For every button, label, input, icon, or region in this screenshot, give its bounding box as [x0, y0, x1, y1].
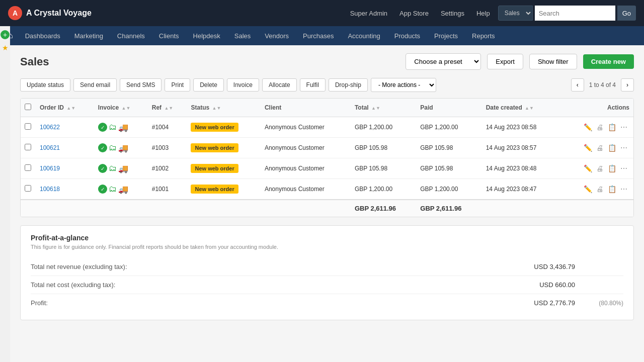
navbar-item-marketing[interactable]: Marketing: [68, 28, 109, 44]
navbar-item-accounting[interactable]: Accounting: [342, 28, 386, 44]
print-button[interactable]: Print: [165, 78, 190, 92]
row-copy-button-0[interactable]: 📋: [606, 122, 617, 133]
navbar-item-clients[interactable]: Clients: [153, 28, 185, 44]
row-more-button-3[interactable]: ⋯: [618, 184, 629, 195]
row-checkbox-1[interactable]: [25, 144, 31, 150]
row-checkbox-0[interactable]: [25, 123, 31, 130]
profit-row-cost: Total net cost (excluding tax): USD 660.…: [31, 276, 623, 294]
row-more-button-0[interactable]: ⋯: [618, 122, 629, 133]
send-sms-button[interactable]: Send SMS: [120, 78, 162, 92]
row-checkbox-cell-3[interactable]: [21, 179, 36, 200]
app-store-link[interactable]: App Store: [399, 10, 429, 17]
row-copy-button-1[interactable]: 📋: [606, 142, 617, 153]
navbar-item-purchases[interactable]: Purchases: [297, 28, 340, 44]
row-print-button-2[interactable]: 🖨: [594, 163, 605, 174]
navbar-item-products[interactable]: Products: [388, 28, 426, 44]
search-context-select[interactable]: Sales: [498, 6, 533, 21]
navbar-item-reports[interactable]: Reports: [466, 28, 501, 44]
row-checkbox-cell-0[interactable]: [21, 117, 36, 138]
table-row: 100619 ✓ 🗂 🚚 #1002 New web order Anonymo…: [21, 158, 633, 179]
row-total-3: GBP 1,200.00: [351, 179, 416, 200]
row-invoice-2: ✓ 🗂 🚚: [94, 158, 148, 179]
pagination-next-button[interactable]: ›: [621, 78, 634, 92]
col-date-created[interactable]: Date created ▲▼: [482, 99, 560, 117]
profit-cost-value: USD 660.00: [515, 281, 575, 289]
order-id-link-0[interactable]: 100622: [40, 124, 60, 131]
invoice-check-icon-2: ✓: [98, 164, 107, 173]
row-checkbox-cell-2[interactable]: [21, 158, 36, 179]
col-ref[interactable]: Ref ▲▼: [148, 99, 187, 117]
show-filter-button[interactable]: Show filter: [529, 54, 577, 69]
navbar-item-dashboards[interactable]: Dashboards: [19, 28, 66, 44]
select-all-checkbox[interactable]: [25, 104, 31, 110]
row-print-button-0[interactable]: 🖨: [594, 122, 605, 133]
navbar-item-projects[interactable]: Projects: [428, 28, 464, 44]
drop-ship-button[interactable]: Drop-ship: [329, 78, 368, 92]
col-status[interactable]: Status ▲▼: [187, 99, 260, 117]
pagination-prev-button[interactable]: ‹: [571, 78, 584, 92]
more-actions-select[interactable]: - More actions -: [371, 78, 436, 92]
order-id-link-1[interactable]: 100621: [40, 144, 60, 151]
invoice-check-icon-3: ✓: [98, 185, 107, 194]
col-total[interactable]: Total ▲▼: [351, 99, 416, 117]
row-paid-3: GBP 1,200.00: [416, 179, 481, 200]
search-input[interactable]: [535, 6, 615, 21]
navbar-item-vendors[interactable]: Vendors: [259, 28, 295, 44]
profit-profit-label: Profit:: [31, 299, 515, 307]
status-badge-2: New web order: [191, 164, 238, 173]
row-edit-button-2[interactable]: ✏️: [582, 163, 593, 174]
navbar-item-channels[interactable]: Channels: [111, 28, 151, 44]
create-new-button[interactable]: Create new: [583, 54, 634, 69]
row-checkbox-cell-1[interactable]: [21, 138, 36, 158]
col-order-id[interactable]: Order ID ▲▼: [36, 99, 94, 117]
allocate-button[interactable]: Allocate: [262, 78, 297, 92]
add-sidebar-icon[interactable]: +: [1, 30, 10, 39]
row-edit-button-3[interactable]: ✏️: [582, 184, 593, 195]
row-copy-button-3[interactable]: 📋: [606, 184, 617, 195]
totals-total: GBP 2,611.96: [351, 200, 416, 217]
row-date-1: 14 Aug 2023 08:57: [482, 138, 560, 158]
row-edit-button-0[interactable]: ✏️: [582, 122, 593, 133]
super-admin-link[interactable]: Super Admin: [350, 10, 387, 17]
row-copy-button-2[interactable]: 📋: [606, 163, 617, 174]
help-link[interactable]: Help: [476, 10, 490, 17]
row-checkbox-3[interactable]: [25, 185, 31, 192]
order-id-link-2[interactable]: 100619: [40, 165, 60, 172]
page-header: Sales Choose a preset Export Show filter…: [20, 53, 634, 70]
row-status-2: New web order: [187, 158, 260, 179]
invoice-box-icon-0: 🗂: [109, 123, 117, 132]
search-go-button[interactable]: Go: [617, 6, 636, 21]
navbar-item-sales[interactable]: Sales: [228, 28, 257, 44]
row-checkbox-2[interactable]: [25, 164, 31, 171]
select-all-header[interactable]: [21, 99, 36, 117]
navbar-item-helpdesk[interactable]: Helpdesk: [187, 28, 226, 44]
preset-select[interactable]: Choose a preset: [406, 53, 481, 70]
col-invoice[interactable]: Invoice ▲▼: [94, 99, 148, 117]
invoice-box-icon-2: 🗂: [109, 164, 117, 173]
totals-paid: GBP 2,611.96: [416, 200, 481, 217]
row-print-button-1[interactable]: 🖨: [594, 142, 605, 153]
row-print-button-3[interactable]: 🖨: [594, 184, 605, 195]
navbar: ⌂ Dashboards Marketing Channels Clients …: [0, 26, 644, 45]
update-status-button[interactable]: Update status: [20, 78, 70, 92]
order-id-link-3[interactable]: 100618: [40, 186, 60, 193]
delete-button[interactable]: Delete: [193, 78, 224, 92]
send-email-button[interactable]: Send email: [73, 78, 117, 92]
profit-row-profit: Profit: USD 2,776.79 (80.80%): [31, 294, 623, 312]
row-more-button-1[interactable]: ⋯: [618, 142, 629, 153]
fulfil-button[interactable]: Fulfil: [300, 78, 326, 92]
row-ref-3: #1001: [148, 179, 187, 200]
row-total-1: GBP 105.98: [351, 138, 416, 158]
app-name: A Crystal Voyage: [26, 9, 92, 18]
row-more-button-2[interactable]: ⋯: [618, 163, 629, 174]
app-logo[interactable]: A A Crystal Voyage: [8, 6, 92, 20]
row-paid-2: GBP 105.98: [416, 158, 481, 179]
row-client-2: Anonymous Customer: [261, 158, 351, 179]
row-client-3: Anonymous Customer: [261, 179, 351, 200]
row-edit-button-1[interactable]: ✏️: [582, 142, 593, 153]
row-actions-cell-2: ✏️ 🖨 📋 ⋯: [560, 158, 633, 179]
invoice-button[interactable]: Invoice: [227, 78, 259, 92]
star-sidebar-icon[interactable]: ★: [1, 43, 10, 52]
settings-link[interactable]: Settings: [441, 10, 464, 17]
export-button[interactable]: Export: [487, 54, 523, 69]
